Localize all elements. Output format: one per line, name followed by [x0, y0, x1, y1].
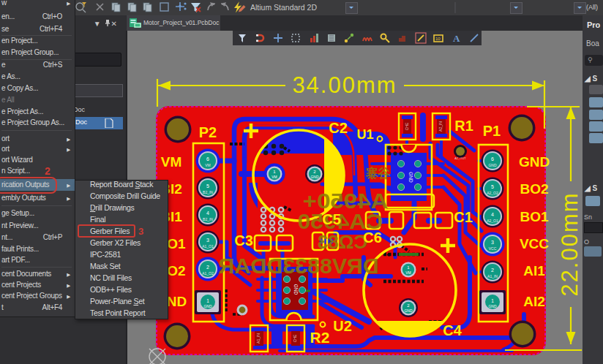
svg-text:4: 4: [206, 211, 209, 216]
svg-text:GND: GND: [203, 304, 212, 308]
svg-text:CΩ83: CΩ83: [318, 231, 368, 253]
svg-text:A1_IN: A1_IN: [487, 274, 498, 278]
svg-text:R1: R1: [454, 118, 473, 134]
svg-text:AI1: AI1: [523, 263, 545, 278]
svg-text:A1_O2: A1_O2: [202, 271, 214, 276]
svg-text:2: 2: [491, 268, 494, 273]
svg-text:A2_O2: A2_O2: [487, 191, 498, 195]
svg-text:4: 4: [491, 212, 494, 217]
svg-text:VM: VM: [205, 163, 211, 167]
svg-text:GND: GND: [293, 284, 299, 295]
svg-text:A2_O1: A2_O1: [487, 219, 498, 223]
svg-text:BO2: BO2: [520, 181, 548, 197]
svg-text:C3: C3: [234, 232, 253, 249]
svg-text:C2: C2: [329, 120, 348, 136]
svg-text:C4: C4: [443, 322, 462, 338]
svg-text:22.00mm: 22.00mm: [557, 192, 583, 296]
svg-text:P2: P2: [199, 124, 217, 140]
svg-text:DRV8833DDAR: DRV8833DDAR: [218, 254, 378, 278]
svg-text:5: 5: [491, 184, 494, 189]
svg-text:GND: GND: [488, 163, 497, 167]
svg-text:34.00mm: 34.00mm: [292, 72, 397, 98]
svg-text:P1: P1: [483, 123, 501, 139]
svg-text:C5: C5: [322, 211, 341, 227]
svg-text:GND: GND: [404, 308, 413, 313]
svg-text:R2: R2: [310, 329, 330, 346]
svg-text:GND: GND: [519, 154, 550, 170]
svg-text:谷寨: 谷寨: [365, 166, 391, 181]
svg-text:A1_IN: A1_IN: [256, 333, 261, 344]
svg-text:C6: C6: [363, 230, 382, 246]
svg-text:A1_O1: A1_O1: [202, 244, 214, 249]
svg-text:C1: C1: [454, 209, 473, 225]
svg-text:VCC: VCC: [489, 246, 497, 251]
svg-text:3: 3: [206, 238, 209, 243]
svg-text:A2_IN: A2_IN: [438, 121, 443, 132]
svg-text:A: A: [453, 33, 460, 44]
svg-text:1: 1: [206, 298, 209, 303]
svg-text:CHE: CHE: [405, 122, 409, 130]
svg-text:1: 1: [491, 298, 494, 303]
svg-text:GND: GND: [488, 304, 497, 308]
svg-text:CHE: CHE: [293, 334, 297, 342]
svg-text:VCC: VCC: [520, 236, 549, 251]
svg-text:A2_OUT: A2_OUT: [454, 156, 466, 160]
svg-text:10: 10: [435, 37, 441, 41]
svg-text:B2_IN: B2_IN: [203, 190, 213, 194]
svg-text:GND: GND: [408, 172, 413, 183]
svg-text:U1: U1: [356, 127, 373, 142]
svg-text:AI2: AI2: [523, 294, 545, 309]
svg-text:VM: VM: [405, 270, 411, 275]
svg-text:VM: VM: [161, 154, 182, 170]
svg-text:VM: VM: [271, 175, 277, 179]
svg-text:6: 6: [206, 156, 209, 162]
svg-text:3: 3: [491, 240, 494, 245]
svg-text:BO1: BO1: [520, 209, 549, 224]
svg-text:B2_IN: B2_IN: [203, 217, 213, 221]
svg-text:2: 2: [206, 265, 209, 270]
svg-text:5: 5: [206, 183, 209, 189]
svg-text:6: 6: [491, 156, 494, 162]
svg-text:GND: GND: [310, 175, 319, 179]
svg-text:U2: U2: [333, 318, 352, 334]
